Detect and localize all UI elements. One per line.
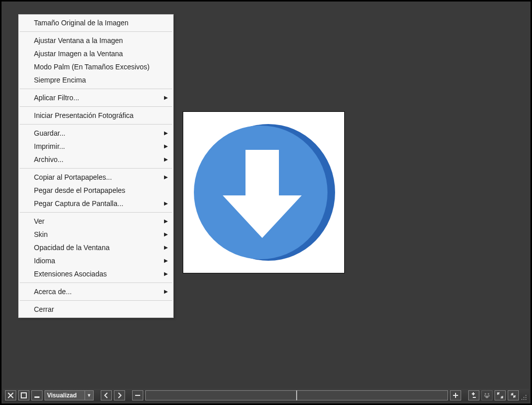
menu-item[interactable]: Ver▶ <box>19 215 173 228</box>
menu-item[interactable]: Aplicar Filtro...▶ <box>19 91 173 104</box>
svg-rect-6 <box>455 393 456 398</box>
menu-item-label: Ajustar Ventana a la Imagen <box>34 36 123 45</box>
maximize-icon <box>20 392 27 399</box>
submenu-arrow-icon: ▶ <box>164 230 168 239</box>
menu-item[interactable]: Imprimir...▶ <box>19 140 173 153</box>
menu-item-label: Opacidad de la Ventana <box>34 244 109 252</box>
menu-item-label: Archivo... <box>34 155 63 164</box>
submenu-arrow-icon: ▶ <box>164 199 168 208</box>
svg-point-12 <box>484 395 486 397</box>
menu-item[interactable]: Idioma▶ <box>19 254 173 267</box>
svg-point-14 <box>485 396 488 398</box>
menu-item-label: Acerca de... <box>34 288 72 296</box>
svg-point-20 <box>525 399 526 400</box>
app-window: Tamaño Original de la ImagenAjustar Vent… <box>0 0 532 405</box>
maximize-button[interactable] <box>18 390 29 400</box>
svg-point-18 <box>521 399 522 400</box>
menu-separator <box>20 282 172 283</box>
submenu-arrow-icon: ▶ <box>164 217 168 226</box>
resize-grip[interactable] <box>521 390 527 400</box>
menu-item[interactable]: Extensiones Asociadas▶ <box>19 267 173 280</box>
pawprint-icon <box>483 392 490 399</box>
menu-item[interactable]: Copiar al Portapapeles...▶ <box>19 171 173 184</box>
svg-rect-3 <box>34 396 39 398</box>
svg-rect-9 <box>473 397 476 398</box>
menu-item-label: Ajustar Imagen a la Ventana <box>34 50 123 58</box>
menu-separator <box>20 106 172 107</box>
menu-item[interactable]: Acerca de...▶ <box>19 285 173 298</box>
chevron-left-icon <box>103 392 110 399</box>
menu-item-label: Idioma <box>34 257 55 265</box>
position-slider[interactable] <box>145 390 448 400</box>
menu-item[interactable]: Opacidad de la Ventana▶ <box>19 241 173 254</box>
prev-button[interactable] <box>101 390 112 400</box>
menu-item-label: Extensiones Asociadas <box>34 270 107 278</box>
zoom-in-button[interactable] <box>450 390 461 400</box>
menu-item-label: Skin <box>34 230 48 238</box>
menu-item[interactable]: Ajustar Ventana a la Imagen <box>19 34 173 47</box>
menu-item[interactable]: Tamaño Original de la Imagen <box>19 16 173 29</box>
submenu-arrow-icon: ▶ <box>164 142 168 151</box>
svg-rect-8 <box>473 392 474 395</box>
submenu-arrow-icon: ▶ <box>164 129 168 138</box>
menu-item[interactable]: Pegar desde el Portapapeles <box>19 184 173 197</box>
menu-item[interactable]: Iniciar Presentación Fotográfica <box>19 109 173 122</box>
menu-item-label: Pegar Captura de Pantalla... <box>34 199 124 208</box>
menu-item-label: Tamaño Original de la Imagen <box>34 19 129 27</box>
menu-item[interactable]: Ajustar Imagen a la Ventana <box>19 47 173 60</box>
chevron-down-icon: ▼ <box>85 391 93 400</box>
resize-grip-icon <box>521 394 527 400</box>
chevron-right-icon <box>116 392 123 399</box>
minimize-icon <box>33 392 40 399</box>
download-arrow-icon <box>188 116 340 268</box>
menu-item[interactable]: Skin▶ <box>19 228 173 241</box>
close-button[interactable] <box>5 390 16 400</box>
menu-item[interactable]: Cerrar <box>19 303 173 316</box>
image-viewport[interactable]: Tamaño Original de la ImagenAjustar Vent… <box>3 3 529 387</box>
menu-item-label: Aplicar Filtro... <box>34 94 79 102</box>
menu-item[interactable]: Modo Palm (En Tamaños Excesivos) <box>19 60 173 73</box>
zoom-out-button[interactable] <box>132 390 143 400</box>
svg-point-17 <box>525 397 526 398</box>
submenu-arrow-icon: ▶ <box>164 256 168 265</box>
menu-separator <box>20 300 172 301</box>
menu-separator <box>20 31 172 32</box>
menu-separator <box>20 89 172 89</box>
pawprint-button[interactable] <box>481 390 493 400</box>
menu-item[interactable]: Guardar...▶ <box>19 127 173 140</box>
slider-thumb[interactable] <box>296 390 297 400</box>
menu-separator <box>20 124 172 125</box>
menu-item[interactable]: Archivo...▶ <box>19 153 173 166</box>
menu-separator <box>20 168 172 169</box>
minimize-button[interactable] <box>31 390 43 400</box>
svg-point-16 <box>523 397 524 398</box>
menu-item-label: Siempre Encima <box>34 76 86 84</box>
plus-icon <box>452 392 459 399</box>
submenu-arrow-icon: ▶ <box>164 243 168 252</box>
arrows-collapse-icon <box>510 392 517 399</box>
next-button[interactable] <box>114 390 125 400</box>
svg-rect-4 <box>135 395 140 396</box>
menu-item-label: Guardar... <box>34 129 65 137</box>
submenu-arrow-icon: ▶ <box>164 269 168 278</box>
menu-item[interactable]: Pegar Captura de Pantalla...▶ <box>19 197 173 210</box>
menu-item-label: Iniciar Presentación Fotográfica <box>34 111 134 119</box>
minus-icon <box>134 392 141 399</box>
context-menu: Tamaño Original de la ImagenAjustar Vent… <box>18 14 174 318</box>
menu-item-label: Cerrar <box>34 305 54 313</box>
image-canvas <box>183 111 345 273</box>
close-icon <box>7 392 14 399</box>
menu-item-label: Imprimir... <box>34 142 65 150</box>
submenu-arrow-icon: ▶ <box>164 155 168 164</box>
bottom-toolbar: Visualizad ▼ <box>3 389 529 402</box>
menu-item[interactable]: Siempre Encima <box>19 73 173 87</box>
expand-out-button[interactable] <box>495 390 506 400</box>
menu-separator <box>20 212 172 213</box>
menu-item-label: Ver <box>34 217 45 225</box>
view-mode-dropdown[interactable]: Visualizad ▼ <box>45 390 94 400</box>
svg-point-19 <box>523 399 524 400</box>
zoom-toggle-button[interactable] <box>468 390 479 400</box>
arrows-expand-icon <box>497 392 504 399</box>
view-mode-label: Visualizad <box>45 391 85 400</box>
collapse-in-button[interactable] <box>508 390 519 400</box>
